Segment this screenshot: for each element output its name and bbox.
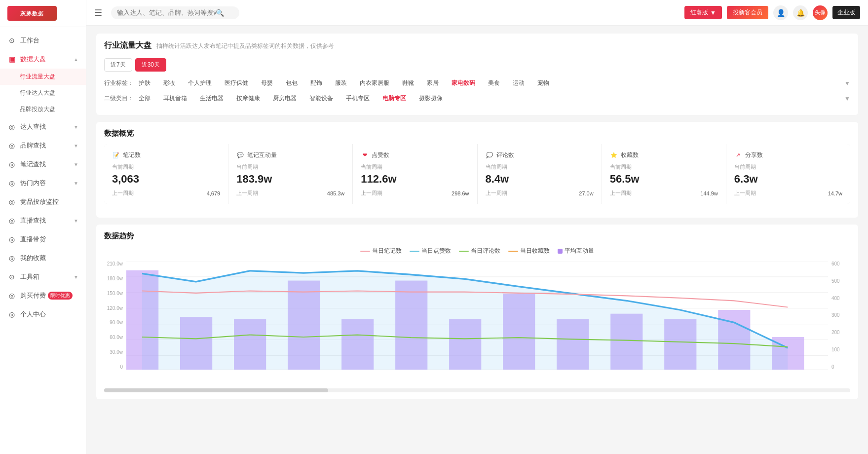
sidebar-item-note-search[interactable]: ◎ 笔记查找 ▼ <box>0 155 86 174</box>
secondary-tags: 全部耳机音箱生活电器按摩健康厨房电器智能设备手机专区电脑专区摄影摄像 <box>134 93 844 104</box>
metric-icon: ↗ <box>734 151 742 159</box>
sidebar-item-brand-search[interactable]: ◎ 品牌查找 ▼ <box>0 136 86 155</box>
industry-expand-icon[interactable]: ▼ <box>844 80 850 87</box>
secondary-tag[interactable]: 厨房电器 <box>268 93 302 104</box>
search-button[interactable]: 🔍 <box>216 9 224 17</box>
sidebar-item-hot-content[interactable]: ◎ 热门内容 ▼ <box>0 174 86 192</box>
page-desc: 抽样统计活跃达人发布笔记中提及品类标签词的相关数据，仅供参考 <box>156 42 334 50</box>
y-axis-left-label: 30.0w <box>104 349 123 355</box>
sidebar-label-live-goods: 直播带货 <box>20 235 46 244</box>
legend-label: 当日点赞数 <box>421 247 451 255</box>
dropdown-arrow-icon: ▼ <box>710 9 716 16</box>
metric-name: 评论数 <box>496 151 514 159</box>
metric-period-label: 当前周期 <box>486 163 594 171</box>
metric-value: 112.6w <box>361 173 469 186</box>
sidebar-item-profile[interactable]: ◎ 个人中心 <box>0 305 86 324</box>
industry-tag[interactable]: 服装 <box>330 77 352 89</box>
menu-toggle-icon[interactable]: ☰ <box>94 7 102 18</box>
time-filter-group: 近7天 近30天 <box>104 58 850 72</box>
industry-tag[interactable]: 配饰 <box>305 77 327 89</box>
y-axis-left-label: 120.0w <box>104 305 123 311</box>
industry-tag[interactable]: 护肤 <box>134 77 155 89</box>
sidebar-item-industry-flow[interactable]: 行业流量大盘 <box>0 69 86 85</box>
metric-card-likes: ❤ 点赞数 当前周期 112.6w 上一周期 298.6w <box>353 144 477 204</box>
enterprise-button[interactable]: 企业版 <box>832 6 860 19</box>
legend-label: 当日评论数 <box>471 247 500 255</box>
secondary-expand-icon[interactable]: ▼ <box>844 95 850 102</box>
metric-card-note-count: 📝 笔记数 当前周期 3,063 上一周期 4,679 <box>104 144 228 204</box>
favorites-icon: ◎ <box>7 254 16 263</box>
industry-tag[interactable]: 个人护理 <box>183 77 217 89</box>
sidebar-item-data-board[interactable]: ▣ 数据大盘 ▲ <box>0 50 86 69</box>
sidebar-item-live-goods[interactable]: ◎ 直播带货 <box>0 230 86 249</box>
industry-tag[interactable]: 运动 <box>508 77 529 89</box>
purchase-badge: 限时优惠 <box>48 292 73 300</box>
sidebar-item-ad-monitor[interactable]: ◎ 竞品投放监控 <box>0 192 86 211</box>
industry-tag[interactable]: 母婴 <box>256 77 278 89</box>
sidebar-label-note-search: 笔记查找 <box>20 160 46 169</box>
sidebar-item-workbench[interactable]: ⊙ 工作台 <box>0 31 86 50</box>
industry-tag[interactable]: 家居 <box>422 77 444 89</box>
avatar[interactable]: 头像 <box>813 5 828 20</box>
purchase-icon: ◎ <box>7 291 16 300</box>
metric-card-favorites: ⭐ 收藏数 当前周期 56.5w 上一周期 144.9w <box>602 144 726 204</box>
chart-scrollbar-thumb[interactable] <box>104 388 328 392</box>
sidebar-item-toolbox[interactable]: ⊙ 工具箱 ▼ <box>0 267 86 286</box>
industry-tag[interactable]: 家电数码 <box>447 77 480 89</box>
metric-prev-value: 144.9w <box>700 190 717 196</box>
vip-button[interactable]: 投新客会员 <box>727 6 768 19</box>
y-axis-left-label: 180.0w <box>104 276 123 281</box>
sidebar-item-live-search[interactable]: ◎ 直播查找 ▼ <box>0 211 86 230</box>
sidebar-label-data-board: 数据大盘 <box>20 55 46 64</box>
metric-prev-value: 4,679 <box>207 190 221 196</box>
industry-tag[interactable]: 包包 <box>281 77 302 89</box>
notification-icon[interactable]: 🔔 <box>793 5 808 20</box>
sidebar-item-favorites[interactable]: ◎ 我的收藏 <box>0 249 86 267</box>
sidebar-label-favorites: 我的收藏 <box>20 254 46 263</box>
industry-tag[interactable]: 宠物 <box>532 77 554 89</box>
user-profile-icon[interactable]: 👤 <box>773 5 788 20</box>
industry-filter-label: 行业标签： <box>104 79 134 87</box>
legend-line-icon <box>459 251 469 252</box>
secondary-tag[interactable]: 全部 <box>134 93 155 104</box>
secondary-tag[interactable]: 耳机音箱 <box>158 93 192 104</box>
secondary-tag[interactable]: 摄影摄像 <box>414 93 448 104</box>
secondary-tag[interactable]: 手机专区 <box>341 93 375 104</box>
sidebar-label-toolbox: 工具箱 <box>20 272 39 281</box>
metrics-grid: 📝 笔记数 当前周期 3,063 上一周期 4,679 💬 笔记互动量 当前周期… <box>104 144 850 204</box>
search-input[interactable] <box>117 9 216 16</box>
app-logo: 灰豚数据 <box>7 6 57 21</box>
secondary-tag[interactable]: 按摩健康 <box>231 93 265 104</box>
metric-prev-label: 上一周期 <box>734 189 756 197</box>
industry-tag[interactable]: 鞋靴 <box>397 77 419 89</box>
chart-section-title: 数据趋势 <box>104 231 850 241</box>
industry-tag[interactable]: 内衣家居服 <box>355 77 394 89</box>
note-search-icon: ◎ <box>7 160 16 169</box>
y-axis-right-label: 100 <box>831 347 850 352</box>
industry-tag[interactable]: 美食 <box>483 77 505 89</box>
chart-scrollbar[interactable] <box>104 388 850 392</box>
secondary-tag[interactable]: 电脑专区 <box>377 93 411 104</box>
sidebar-label-purchase: 购买付费 <box>20 291 46 300</box>
enterprise-label: 企业版 <box>837 9 855 16</box>
sidebar-label-hot-content: 热门内容 <box>20 179 46 188</box>
sidebar-item-expert-search[interactable]: ◎ 达人查找 ▼ <box>0 117 86 136</box>
time-filter-7days[interactable]: 近7天 <box>104 58 132 72</box>
sidebar-item-brand-delivery[interactable]: 品牌投放大盘 <box>0 101 86 117</box>
industry-tag[interactable]: 彩妆 <box>158 77 180 89</box>
legend-item: 当日评论数 <box>459 247 500 255</box>
secondary-tag[interactable]: 智能设备 <box>304 93 338 104</box>
sidebar-nav: ⊙ 工作台 ▣ 数据大盘 ▲ 行业流量大盘 行业达人大盘 品牌投放大盘 ◎ 达人… <box>0 27 86 454</box>
time-filter-30days[interactable]: 近30天 <box>135 58 166 72</box>
legend-label: 平均互动量 <box>565 247 594 255</box>
red-version-button[interactable]: 红薯版 ▼ <box>684 6 722 19</box>
header: ☰ 🔍 红薯版 ▼ 投新客会员 👤 🔔 头像 企业版 <box>86 0 868 26</box>
industry-tag[interactable]: 医疗保健 <box>220 77 253 89</box>
metric-prev-value: 485.3w <box>327 190 344 196</box>
live-search-arrow: ▼ <box>74 218 78 224</box>
sidebar-item-purchase[interactable]: ◎ 购买付费 限时优惠 <box>0 286 86 305</box>
main-area: ☰ 🔍 红薯版 ▼ 投新客会员 👤 🔔 头像 企业版 行业流量大盘 <box>86 0 868 454</box>
secondary-tag[interactable]: 生活电器 <box>195 93 228 104</box>
sidebar-item-industry-expert[interactable]: 行业达人大盘 <box>0 85 86 101</box>
sidebar-label-expert-search: 达人查找 <box>20 122 46 131</box>
